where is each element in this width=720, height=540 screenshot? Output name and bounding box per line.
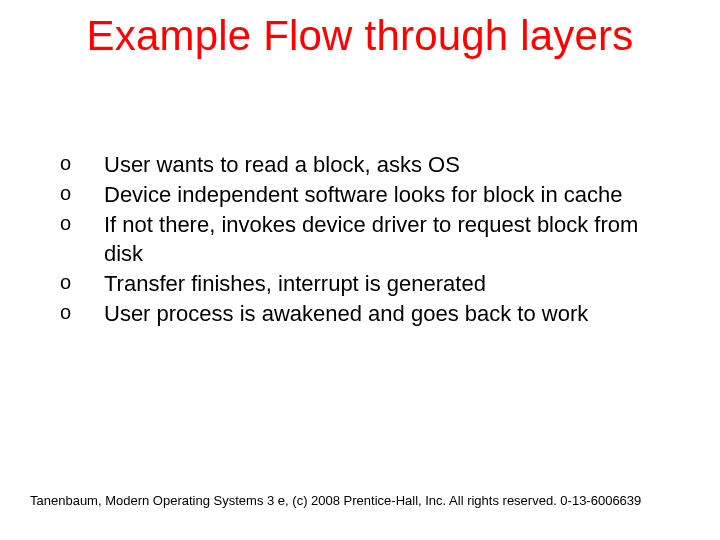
bullet-list: o User wants to read a block, asks OS o …	[60, 150, 680, 329]
slide-title: Example Flow through layers	[0, 12, 720, 60]
list-item: o If not there, invokes device driver to…	[60, 210, 680, 268]
list-item-text: User process is awakened and goes back t…	[104, 299, 680, 328]
list-item: o User wants to read a block, asks OS	[60, 150, 680, 179]
bullet-marker: o	[60, 269, 104, 295]
bullet-marker: o	[60, 210, 104, 236]
list-item-text: User wants to read a block, asks OS	[104, 150, 680, 179]
list-item: o Transfer finishes, interrupt is genera…	[60, 269, 680, 298]
footer-citation: Tanenbaum, Modern Operating Systems 3 e,…	[30, 493, 641, 508]
list-item: o Device independent software looks for …	[60, 180, 680, 209]
list-item-text: Device independent software looks for bl…	[104, 180, 680, 209]
bullet-marker: o	[60, 180, 104, 206]
list-item-text: If not there, invokes device driver to r…	[104, 210, 680, 268]
bullet-marker: o	[60, 299, 104, 325]
list-item: o User process is awakened and goes back…	[60, 299, 680, 328]
list-item-text: Transfer finishes, interrupt is generate…	[104, 269, 680, 298]
bullet-marker: o	[60, 150, 104, 176]
slide: Example Flow through layers o User wants…	[0, 0, 720, 540]
